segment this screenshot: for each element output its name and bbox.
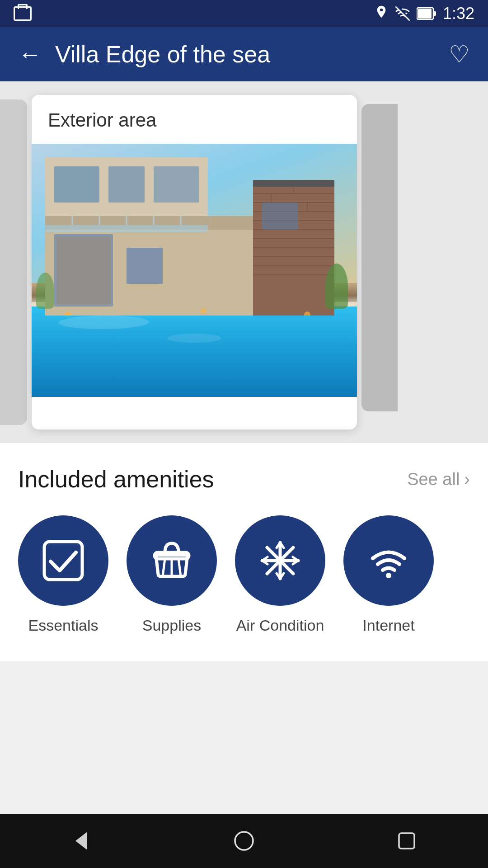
internet-label: Internet: [362, 617, 414, 634]
back-button[interactable]: ←: [18, 42, 42, 66]
svg-rect-1: [418, 9, 432, 19]
amenities-header: Included amenities See all ›: [18, 466, 470, 493]
svg-rect-34: [262, 203, 298, 230]
chevron-right-icon: ›: [464, 470, 470, 489]
nav-back-icon: [70, 830, 93, 852]
svg-rect-13: [45, 225, 208, 232]
nav-home-icon: [233, 830, 255, 852]
svg-point-57: [235, 832, 253, 850]
air-condition-label: Air Condition: [236, 617, 324, 634]
svg-line-42: [178, 559, 181, 576]
supplies-label: Supplies: [142, 617, 201, 634]
internet-circle: [343, 515, 434, 606]
see-all-label: See all: [407, 470, 460, 489]
see-all-button[interactable]: See all ›: [407, 470, 470, 489]
svg-rect-6: [56, 236, 111, 304]
building-svg: [45, 157, 339, 316]
location-icon: [374, 5, 389, 23]
amenity-supplies[interactable]: Supplies: [127, 515, 217, 634]
amenity-essentials[interactable]: Essentials: [18, 515, 108, 634]
svg-point-55: [386, 573, 391, 578]
bottom-nav: [0, 814, 488, 868]
nav-recent-button[interactable]: [384, 823, 429, 859]
villa-illustration: [32, 144, 357, 397]
status-bar: 1:32: [0, 0, 488, 27]
favorite-button[interactable]: ♡: [449, 41, 470, 68]
nav-home-button[interactable]: [221, 823, 267, 859]
check-icon: [41, 538, 86, 583]
card-label: Exterior area: [32, 95, 357, 144]
card-partial-left[interactable]: [0, 99, 27, 425]
svg-line-40: [163, 559, 165, 576]
wifi-icon: [366, 538, 411, 583]
nav-recent-icon: [397, 831, 417, 851]
essentials-label: Essentials: [28, 617, 99, 634]
amenities-section: Included amenities See all › Essentials: [0, 443, 488, 661]
svg-rect-7: [127, 248, 163, 284]
svg-rect-12: [154, 166, 199, 203]
battery-icon: [417, 7, 436, 20]
svg-rect-11: [108, 166, 145, 203]
status-time: 1:32: [443, 4, 474, 23]
svg-marker-56: [75, 832, 87, 850]
card-partial-right[interactable]: [361, 104, 398, 411]
amenity-icons-row: Essentials: [18, 515, 470, 634]
status-icons: 1:32: [374, 4, 474, 23]
amenity-air-condition[interactable]: Air Condition: [235, 515, 325, 634]
svg-rect-58: [399, 833, 414, 849]
cards-row: Exterior area: [0, 81, 488, 443]
top-bar: ← Villa Edge of the sea ♡: [0, 27, 488, 81]
amenities-title: Included amenities: [18, 466, 214, 493]
svg-rect-2: [433, 11, 436, 16]
page-title: Villa Edge of the sea: [55, 41, 270, 68]
amenity-internet[interactable]: Internet: [343, 515, 434, 634]
essentials-circle: [18, 515, 108, 606]
basket-icon: [149, 538, 194, 583]
nav-back-button[interactable]: [59, 823, 104, 859]
sim-icon: [395, 6, 410, 21]
svg-point-36: [201, 308, 206, 314]
supplies-circle: [127, 515, 217, 606]
content-area: Exterior area: [0, 81, 488, 661]
photo-status-icon: [14, 6, 32, 21]
snowflake-icon: [258, 538, 303, 583]
svg-rect-9: [45, 216, 212, 225]
air-condition-circle: [235, 515, 325, 606]
svg-rect-33: [253, 180, 334, 187]
card-image: [32, 144, 357, 397]
svg-rect-10: [54, 166, 99, 203]
main-card[interactable]: Exterior area: [32, 95, 357, 429]
